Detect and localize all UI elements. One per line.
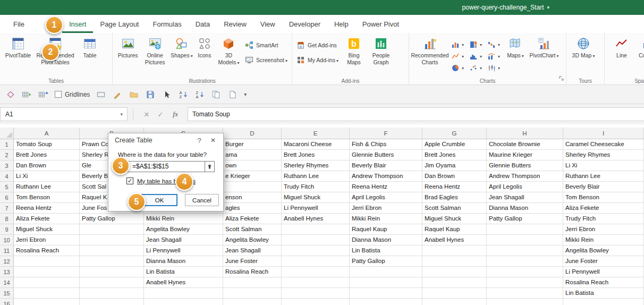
- cell-I7[interactable]: Aliza Fekete: [563, 203, 644, 214]
- cell-E16[interactable]: [282, 299, 350, 305]
- cell-H13[interactable]: [487, 267, 563, 277]
- cell-F13[interactable]: [350, 267, 422, 277]
- cell-G16[interactable]: [422, 299, 487, 305]
- column-header-H[interactable]: H: [487, 128, 563, 139]
- shapes-button[interactable]: Shapes▾: [170, 35, 194, 77]
- cell-H5[interactable]: April Legolis: [487, 182, 563, 192]
- dialog-help-button[interactable]: ?: [192, 137, 206, 145]
- my-addins-button[interactable]: My Add-ins▾: [294, 55, 341, 65]
- cell-E4[interactable]: Ruthann Lee: [282, 171, 350, 182]
- title-dropdown-caret-icon[interactable]: ▾: [547, 5, 549, 10]
- diamond-shape-icon[interactable]: [5, 89, 16, 100]
- new-document-icon[interactable]: [227, 89, 238, 100]
- cell-I11[interactable]: Angelita Bowley: [563, 245, 644, 256]
- cell-G2[interactable]: Brett Jones: [422, 150, 487, 160]
- cell-F15[interactable]: [350, 288, 422, 299]
- row-header-3[interactable]: 3: [0, 160, 14, 171]
- select-all-button[interactable]: [0, 128, 14, 139]
- cell-H7[interactable]: Dianna Mason: [487, 203, 563, 214]
- maps-button[interactable]: Maps▾: [503, 35, 528, 77]
- row-header-11[interactable]: 11: [0, 245, 14, 256]
- tab-power-pivot[interactable]: Power Pivot: [355, 15, 406, 33]
- cell-H11[interactable]: [487, 245, 563, 256]
- cell-A6[interactable]: Tom Benson: [14, 192, 80, 203]
- pictures-button[interactable]: Pictures: [115, 35, 140, 77]
- cell-H1[interactable]: Chocolate Brownie: [487, 139, 563, 150]
- cell-E14[interactable]: [282, 277, 350, 288]
- column-chart-button[interactable]: ▾: [448, 39, 467, 50]
- tab-file[interactable]: File: [6, 15, 31, 33]
- online-pictures-button[interactable]: Online Pictures: [141, 35, 168, 77]
- cell-D12[interactable]: June Foster: [223, 256, 282, 267]
- name-box[interactable]: A1 ▾: [0, 107, 128, 121]
- open-folder-icon[interactable]: [129, 89, 139, 100]
- sort-descending-icon[interactable]: ZA: [194, 89, 205, 100]
- cell-G5[interactable]: Reena Hentz: [422, 182, 487, 192]
- border-rectangle-icon[interactable]: [96, 89, 106, 100]
- tab-formulas[interactable]: Formulas: [146, 15, 188, 33]
- cell-G3[interactable]: Jim Oyama: [422, 160, 487, 171]
- row-header-10[interactable]: 10: [0, 235, 14, 245]
- cell-F8[interactable]: Mikki Rein: [350, 214, 422, 224]
- cell-F5[interactable]: Reena Hentz: [350, 182, 422, 192]
- cell-A8[interactable]: Aliza Fekete: [14, 214, 80, 224]
- formula-input[interactable]: Tomato Soup: [188, 107, 644, 121]
- cell-C8[interactable]: Mikki Rein: [144, 214, 223, 224]
- cell-F4[interactable]: Andrew Thompson: [350, 171, 422, 182]
- cell-G11[interactable]: [422, 245, 487, 256]
- row-header-1[interactable]: 1: [0, 139, 14, 150]
- row-header-16[interactable]: 16: [0, 299, 14, 305]
- cell-D7[interactable]: agles: [223, 203, 282, 214]
- cell-H2[interactable]: Maurine Krieger: [487, 150, 563, 160]
- screenshot-button[interactable]: Screenshot▾: [243, 55, 290, 65]
- cell-G8[interactable]: Miguel Shuck: [422, 214, 487, 224]
- column-header-E[interactable]: E: [282, 128, 350, 139]
- cell-E2[interactable]: Brett Jones: [282, 150, 350, 160]
- column-header-I[interactable]: I: [563, 128, 644, 139]
- cell-G4[interactable]: Dan Brown: [422, 171, 487, 182]
- table-button[interactable]: Table: [77, 35, 103, 77]
- bing-maps-button[interactable]: b Bing Maps: [342, 35, 366, 77]
- column-header-F[interactable]: F: [350, 128, 422, 139]
- toolbar-overflow-caret-icon[interactable]: ▾: [244, 91, 247, 97]
- cell-B15[interactable]: [80, 288, 144, 299]
- pie-chart-button[interactable]: ▾: [448, 62, 467, 74]
- cell-E15[interactable]: [282, 288, 350, 299]
- tab-insert[interactable]: Insert: [62, 15, 94, 33]
- cell-E6[interactable]: Miguel Shuck: [282, 192, 350, 203]
- cell-E5[interactable]: Trudy Fitch: [282, 182, 350, 192]
- cell-C15[interactable]: [144, 288, 223, 299]
- cell-H14[interactable]: [487, 277, 563, 288]
- cell-I8[interactable]: Trudy Fitch: [563, 214, 644, 224]
- cell-A11[interactable]: Rosalina Reach: [14, 245, 80, 256]
- statistic-chart-button[interactable]: ▾: [467, 50, 485, 62]
- tab-view[interactable]: View: [253, 15, 282, 33]
- sparkline-column-button[interactable]: Column: [634, 35, 644, 77]
- cell-I4[interactable]: Ruthann Lee: [563, 171, 644, 182]
- cell-C9[interactable]: Angelita Bowley: [144, 224, 223, 235]
- cell-A13[interactable]: [14, 267, 80, 277]
- cell-C14[interactable]: Anabell Hynes: [144, 277, 223, 288]
- cell-B11[interactable]: [80, 245, 144, 256]
- tab-help[interactable]: Help: [327, 15, 355, 33]
- recommended-charts-button[interactable]: Recommended Charts: [412, 35, 448, 77]
- insert-rows-icon[interactable]: [22, 89, 32, 100]
- cell-D6[interactable]: enson: [223, 192, 282, 203]
- cell-B16[interactable]: [80, 299, 144, 305]
- pivottable-button[interactable]: PivotTable: [3, 35, 33, 77]
- cell-A3[interactable]: Dan Brown: [14, 160, 80, 171]
- cell-F1[interactable]: Fish & Chips: [350, 139, 422, 150]
- cell-E1[interactable]: Macaroni Cheese: [282, 139, 350, 150]
- cell-B8[interactable]: Patty Gallop: [80, 214, 144, 224]
- table-range-input[interactable]: =$A$1:$I$15: [119, 161, 215, 172]
- cell-B10[interactable]: [80, 235, 144, 245]
- cell-I2[interactable]: Sherley Rhymes: [563, 150, 644, 160]
- format-painter-icon[interactable]: [112, 89, 123, 100]
- cell-A5[interactable]: Ruthann Lee: [14, 182, 80, 192]
- cell-D2[interactable]: ama: [223, 150, 282, 160]
- cell-C11[interactable]: Li Pennywell: [144, 245, 223, 256]
- cell-E7[interactable]: Li Pennywell: [282, 203, 350, 214]
- cell-H15[interactable]: [487, 288, 563, 299]
- cell-E10[interactable]: [282, 235, 350, 245]
- cell-I6[interactable]: Tom Benson: [563, 192, 644, 203]
